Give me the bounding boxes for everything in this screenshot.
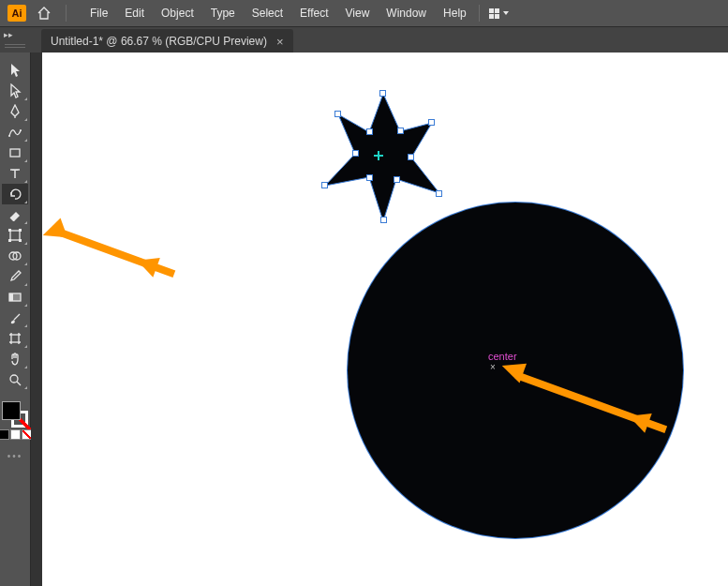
svg-rect-4	[8, 229, 11, 232]
rotate-center-icon[interactable]	[374, 151, 383, 160]
menu-select[interactable]: Select	[244, 0, 291, 26]
zoom-tool[interactable]	[2, 369, 28, 390]
anchor-point[interactable]	[334, 111, 341, 117]
anchor-point[interactable]	[408, 154, 414, 160]
toolbox: •••	[0, 53, 31, 586]
menu-effect[interactable]: Effect	[291, 0, 336, 26]
anchor-point[interactable]	[366, 128, 373, 135]
separator	[479, 5, 480, 22]
grid-icon	[489, 8, 499, 19]
svg-rect-12	[11, 335, 19, 342]
anchor-point[interactable]	[380, 217, 387, 223]
rectangle-tool[interactable]	[2, 143, 28, 163]
menu-items: File Edit Object Type Select Effect View…	[82, 0, 475, 26]
hand-tool[interactable]	[2, 349, 28, 369]
separator	[66, 5, 67, 22]
anchor-point[interactable]	[428, 119, 435, 126]
anchor-point[interactable]	[379, 90, 386, 97]
close-icon[interactable]: ×	[276, 35, 284, 49]
center-marker-icon: ×	[490, 362, 496, 372]
menu-type[interactable]: Type	[202, 0, 244, 26]
type-tool[interactable]	[2, 163, 28, 184]
anchor-point[interactable]	[352, 150, 359, 157]
color-mode-none[interactable]	[22, 429, 32, 440]
svg-rect-11	[9, 293, 13, 301]
menu-view[interactable]: View	[337, 0, 379, 26]
expand-panels-icon[interactable]: ▸▸	[4, 30, 13, 39]
artwork-layer: center ×	[42, 53, 728, 586]
menu-file[interactable]: File	[82, 0, 116, 26]
anchor-point[interactable]	[366, 174, 373, 181]
direct-selection-tool[interactable]	[2, 81, 28, 101]
color-mode-solid[interactable]	[0, 429, 9, 440]
svg-point-13	[10, 375, 18, 383]
selection-tool[interactable]	[2, 60, 28, 81]
anchor-point[interactable]	[321, 182, 328, 188]
artboard-tool[interactable]	[2, 328, 28, 349]
eyedropper-tool[interactable]	[2, 266, 28, 287]
svg-point-0	[8, 135, 10, 137]
home-icon[interactable]	[34, 3, 54, 23]
svg-rect-5	[19, 229, 22, 232]
document-tab-bar: Untitled-1* @ 66.67 % (RGB/CPU Preview) …	[0, 27, 728, 53]
fill-swatch[interactable]	[2, 401, 21, 420]
star-object[interactable]	[318, 90, 439, 221]
menu-help[interactable]: Help	[435, 0, 475, 26]
paintbrush-tool[interactable]	[2, 308, 28, 328]
svg-rect-2	[10, 149, 20, 157]
gradient-tool[interactable]	[2, 287, 28, 308]
canvas-viewport: center ×	[31, 53, 728, 586]
artboard[interactable]: center ×	[42, 53, 728, 586]
app-logo: Ai	[7, 5, 26, 22]
free-transform-tool[interactable]	[2, 225, 28, 246]
edit-toolbar-icon[interactable]: •••	[7, 451, 23, 461]
svg-rect-3	[10, 231, 20, 240]
main-area: ••• center ×	[0, 53, 728, 586]
document-tab[interactable]: Untitled-1* @ 66.67 % (RGB/CPU Preview) …	[41, 29, 293, 53]
anchor-point[interactable]	[394, 176, 400, 183]
svg-point-1	[20, 129, 22, 131]
rotate-tool[interactable]	[2, 184, 28, 204]
curvature-tool[interactable]	[2, 122, 28, 143]
fill-stroke-swatch[interactable]	[2, 401, 28, 428]
svg-rect-7	[19, 239, 22, 242]
eraser-tool[interactable]	[2, 204, 28, 225]
panel-grip[interactable]	[5, 43, 25, 49]
chevron-down-icon	[503, 11, 509, 15]
document-tab-title: Untitled-1* @ 66.67 % (RGB/CPU Preview)	[51, 35, 267, 48]
workspace-switcher[interactable]	[483, 8, 514, 19]
anchor-point[interactable]	[397, 128, 404, 134]
svg-rect-6	[8, 239, 11, 242]
menu-object[interactable]: Object	[153, 0, 202, 26]
menu-window[interactable]: Window	[378, 0, 435, 26]
menu-edit[interactable]: Edit	[116, 0, 153, 26]
pen-tool[interactable]	[2, 101, 28, 122]
menu-bar: Ai File Edit Object Type Select Effect V…	[0, 0, 728, 27]
shape-builder-tool[interactable]	[2, 246, 28, 266]
anchor-point[interactable]	[436, 190, 442, 197]
